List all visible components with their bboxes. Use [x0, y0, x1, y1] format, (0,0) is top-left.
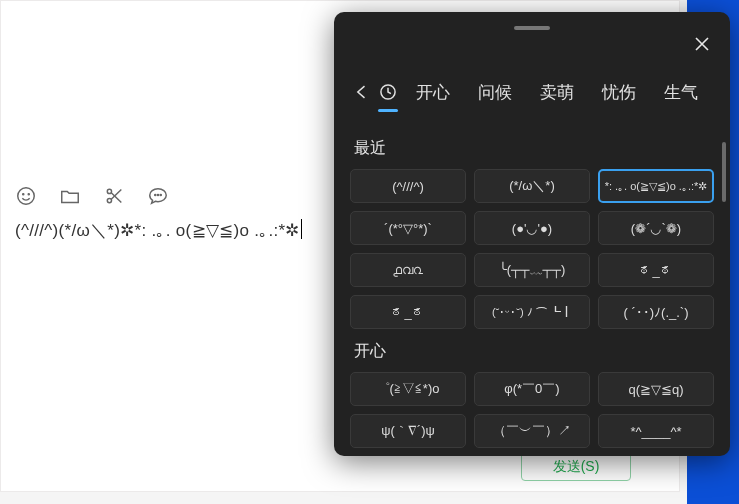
svg-point-7: [160, 195, 161, 196]
kaomoji-item[interactable]: *^____^*: [598, 414, 714, 448]
kaomoji-item[interactable]: ൧വ൨: [350, 253, 466, 287]
tab-happy[interactable]: 开心: [402, 81, 464, 104]
recent-grid: (^///^) (*/ω＼*) *: .｡. o(≧▽≦)o .｡.:*✲ ´(…: [350, 169, 714, 329]
kaomoji-item[interactable]: ( ´･･)ﾉ(._.`): [598, 295, 714, 329]
kaomoji-item[interactable]: q(≧▽≦q): [598, 372, 714, 406]
section-title-recent: 最近: [354, 138, 714, 159]
tab-greet[interactable]: 问候: [464, 81, 526, 104]
back-button[interactable]: [352, 82, 374, 102]
svg-point-1: [23, 194, 24, 195]
text-caret: [301, 219, 302, 239]
tab-recent[interactable]: [374, 82, 402, 102]
svg-point-2: [28, 194, 29, 195]
kaomoji-item[interactable]: (●'◡'●): [474, 211, 590, 245]
panel-body: 最近 (^///^) (*/ω＼*) *: .｡. o(≧▽≦)o .｡.:*✲…: [334, 126, 730, 456]
kaomoji-item[interactable]: φ(*￣0￣): [474, 372, 590, 406]
kaomoji-item[interactable]: ಠ_ಠ: [350, 295, 466, 329]
scissors-icon[interactable]: [103, 185, 125, 211]
kaomoji-item[interactable]: （￣︶￣）↗: [474, 414, 590, 448]
kaomoji-item[interactable]: ゜(≧▽≦*)o: [350, 372, 466, 406]
panel-drag-handle[interactable]: [514, 26, 550, 30]
happy-grid: ゜(≧▽≦*)o φ(*￣0￣) q(≧▽≦q) ψ(｀∇´)ψ （￣︶￣）↗ …: [350, 372, 714, 448]
chat-icon[interactable]: [147, 185, 169, 211]
close-button[interactable]: [688, 30, 716, 58]
panel-scrollbar[interactable]: [722, 142, 726, 202]
emoji-icon[interactable]: [15, 185, 37, 211]
compose-toolbar: [15, 185, 169, 211]
kaomoji-item[interactable]: *: .｡. o(≧▽≦)o .｡.:*✲: [598, 169, 714, 203]
svg-point-0: [18, 188, 35, 205]
folder-icon[interactable]: [59, 185, 81, 211]
panel-tabs: 开心 问候 卖萌 忧伤 生气: [334, 70, 730, 114]
svg-point-6: [157, 195, 158, 196]
tab-sad[interactable]: 忧伤: [588, 81, 650, 104]
kaomoji-item[interactable]: (*/ω＼*): [474, 169, 590, 203]
kaomoji-item[interactable]: (˘･ᵕ･˘) ﾉ ⌒ ┗┃: [474, 295, 590, 329]
kaomoji-panel: 开心 问候 卖萌 忧伤 生气 最近 (^///^) (*/ω＼*) *: .｡.…: [334, 12, 730, 456]
message-input-text: (^///^)(*/ω＼*)✲*: .｡. o(≧▽≦)o .｡.:*✲: [15, 221, 300, 240]
svg-point-4: [107, 198, 111, 202]
kaomoji-item[interactable]: ´(*°▽°*)`: [350, 211, 466, 245]
tab-cute[interactable]: 卖萌: [526, 81, 588, 104]
kaomoji-item[interactable]: (❁´◡`❁): [598, 211, 714, 245]
kaomoji-item[interactable]: ╰(┬┬﹏┬┬): [474, 253, 590, 287]
svg-point-3: [107, 189, 111, 193]
tab-angry[interactable]: 生气: [650, 81, 712, 104]
kaomoji-item[interactable]: ಥ_ಥ: [598, 253, 714, 287]
svg-point-5: [155, 195, 156, 196]
kaomoji-item[interactable]: (^///^): [350, 169, 466, 203]
kaomoji-item[interactable]: ψ(｀∇´)ψ: [350, 414, 466, 448]
section-title-happy: 开心: [354, 341, 714, 362]
